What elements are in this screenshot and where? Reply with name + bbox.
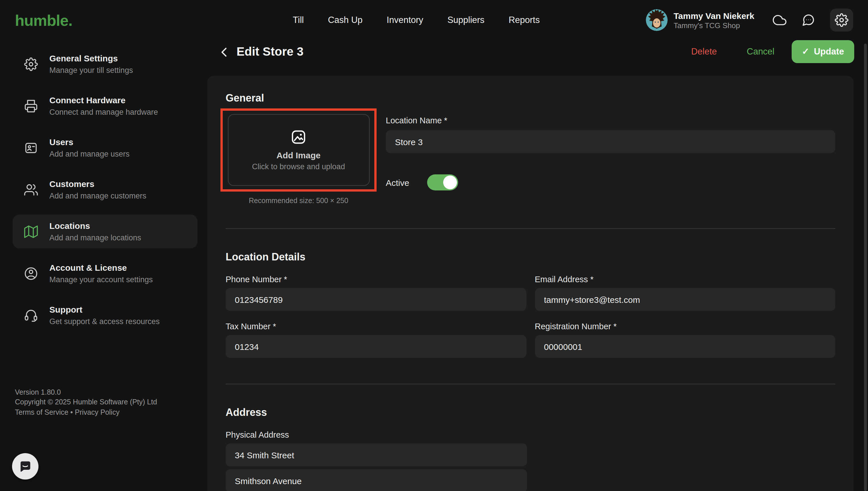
humble-logo: humble.	[15, 12, 72, 30]
sidebar-item-subtitle: Connect and manage hardware	[49, 107, 158, 117]
top-bar: humble. Till Cash Up Inventory Suppliers…	[0, 0, 868, 40]
section-divider	[226, 228, 835, 229]
settings-gear-button[interactable]	[830, 9, 853, 32]
nav-reports[interactable]: Reports	[509, 15, 540, 25]
people-icon	[24, 183, 38, 197]
upload-column: Add Image Click to browse and upload Rec…	[220, 108, 377, 205]
user-circle-icon	[24, 266, 38, 280]
general-heading: General	[226, 93, 835, 103]
sidebar-item-subtitle: Manage your till settings	[49, 65, 133, 75]
legal-links[interactable]: Terms of Service • Privacy Policy	[15, 408, 157, 417]
add-image-dropzone[interactable]: Add Image Click to browse and upload	[227, 114, 370, 186]
address-line2-input[interactable]	[226, 469, 527, 491]
image-icon	[291, 129, 306, 145]
map-icon	[24, 225, 38, 238]
settings-sidebar: General Settings Manage your till settin…	[0, 40, 207, 491]
top-navigation: Till Cash Up Inventory Suppliers Reports	[293, 0, 540, 40]
cancel-button[interactable]: Cancel	[747, 47, 775, 57]
general-section: Add Image Click to browse and upload Rec…	[226, 108, 835, 205]
general-fields-column: Location Name * Active	[386, 108, 835, 205]
location-name-label: Location Name *	[386, 116, 835, 125]
location-details-heading: Location Details	[226, 252, 835, 262]
address-heading: Address	[226, 407, 835, 417]
physical-address-label: Physical Address	[226, 430, 835, 439]
avatar	[646, 9, 668, 31]
sidebar-item-title: Connect Hardware	[49, 95, 158, 106]
tax-number-label: Tax Number *	[226, 322, 526, 331]
address-line1-input[interactable]	[226, 443, 527, 466]
sidebar-footer: Version 1.80.0 Copyright © 2025 Humble S…	[15, 387, 157, 417]
email-address-input[interactable]	[535, 288, 835, 311]
sidebar-item-title: General Settings	[49, 53, 133, 64]
printer-icon	[24, 99, 38, 113]
sidebar-item-subtitle: Manage your account settings	[49, 275, 153, 285]
user-name: Tammy Van Niekerk	[674, 10, 754, 21]
add-image-subtitle: Click to browse and upload	[252, 162, 345, 171]
sidebar-item-title: Support	[49, 304, 160, 315]
phone-number-input[interactable]	[226, 288, 526, 311]
back-button[interactable]	[217, 45, 232, 60]
sidebar-item-subtitle: Add and manage locations	[49, 233, 141, 242]
update-label: Update	[814, 47, 844, 57]
check-icon: ✓	[802, 47, 809, 57]
sidebar-item-customers[interactable]: Customers Add and manage customers	[12, 173, 197, 206]
nav-suppliers[interactable]: Suppliers	[447, 15, 485, 25]
app-root: humble. Till Cash Up Inventory Suppliers…	[0, 0, 868, 491]
user-shop: Tammy's TCG Shop	[674, 21, 754, 30]
sidebar-item-subtitle: Add and manage users	[49, 149, 130, 159]
active-row: Active	[386, 174, 835, 191]
sidebar-item-subtitle: Add and manage customers	[49, 191, 146, 201]
cloud-sync-icon[interactable]	[773, 13, 786, 27]
gear-icon	[24, 57, 38, 71]
delete-button[interactable]: Delete	[691, 47, 717, 57]
sidebar-item-title: Users	[49, 137, 130, 147]
sidebar-item-title: Customers	[49, 178, 146, 189]
sidebar-item-subtitle: Get support & access resources	[49, 317, 160, 326]
location-details-grid: Phone Number * Email Address * Tax Numbe…	[226, 275, 835, 358]
nav-cash-up[interactable]: Cash Up	[328, 15, 362, 25]
app-version: Version 1.80.0	[15, 387, 157, 398]
chat-bubble-icon	[18, 459, 33, 474]
id-card-icon	[24, 141, 38, 154]
page-title: Edit Store 3	[237, 45, 303, 58]
registration-number-input[interactable]	[535, 335, 835, 358]
phone-number-label: Phone Number *	[226, 275, 526, 284]
user-text: Tammy Van Niekerk Tammy's TCG Shop	[674, 10, 754, 30]
sidebar-item-users[interactable]: Users Add and manage users	[12, 131, 197, 165]
gear-icon	[835, 13, 848, 27]
edit-store-card: General Add Image Click to browse and up…	[207, 76, 853, 491]
chat-launcher-button[interactable]	[12, 453, 38, 480]
sidebar-item-general-settings[interactable]: General Settings Manage your till settin…	[12, 47, 197, 81]
nav-till[interactable]: Till	[293, 15, 304, 25]
sidebar-item-account-license[interactable]: Account & License Manage your account se…	[12, 256, 197, 290]
tax-number-input[interactable]	[226, 335, 526, 358]
update-button[interactable]: ✓ Update	[792, 40, 854, 63]
location-name-input[interactable]	[386, 130, 835, 153]
add-image-title: Add Image	[276, 150, 320, 160]
sidebar-item-support[interactable]: Support Get support & access resources	[12, 298, 197, 332]
copyright: Copyright © 2025 Humble Software (Pty) L…	[15, 398, 157, 408]
messages-icon[interactable]	[802, 13, 815, 27]
sidebar-item-locations[interactable]: Locations Add and manage locations	[12, 214, 197, 249]
vertical-scrollbar[interactable]	[864, 44, 867, 491]
chevron-left-icon	[219, 47, 230, 58]
recommended-size-hint: Recommended size: 500 × 250	[220, 197, 377, 205]
sidebar-item-title: Locations	[49, 220, 141, 231]
user-menu[interactable]: Tammy Van Niekerk Tammy's TCG Shop	[646, 9, 754, 31]
sidebar-item-connect-hardware[interactable]: Connect Hardware Connect and manage hard…	[12, 89, 197, 123]
header-actions: Delete Cancel ✓ Update	[691, 40, 854, 63]
top-right-group: Tammy Van Niekerk Tammy's TCG Shop	[646, 0, 853, 40]
toggle-knob	[443, 175, 457, 189]
email-address-label: Email Address *	[535, 275, 835, 284]
sidebar-item-title: Account & License	[49, 262, 153, 273]
active-label: Active	[386, 177, 409, 187]
nav-inventory[interactable]: Inventory	[387, 15, 424, 25]
annotation-highlight-box: Add Image Click to browse and upload	[220, 108, 377, 192]
registration-number-label: Registration Number *	[535, 322, 835, 331]
section-divider	[226, 384, 835, 384]
headset-icon	[24, 308, 38, 322]
active-toggle[interactable]	[427, 174, 458, 191]
